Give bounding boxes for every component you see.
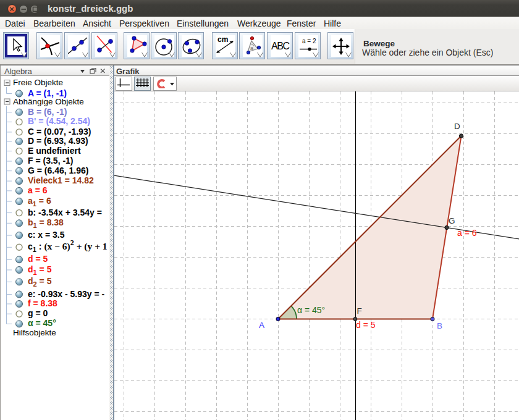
svg-text:c: x = 3.5: c: x = 3.5 bbox=[28, 230, 65, 240]
svg-text:b: -3.54x + 3.54y =: b: -3.54x + 3.54y = bbox=[28, 208, 102, 217]
svg-text:a = 2: a = 2 bbox=[302, 38, 316, 44]
svg-text:B' = (4.54, 2.54): B' = (4.54, 2.54) bbox=[28, 116, 90, 126]
svg-text:D = (6.93, 4.93): D = (6.93, 4.93) bbox=[28, 136, 88, 146]
svg-text:cm: cm bbox=[217, 35, 228, 44]
svg-text:f = 8.38: f = 8.38 bbox=[28, 298, 57, 308]
svg-text:α = 45°: α = 45° bbox=[297, 305, 325, 315]
svg-text:b1 = 8.38: b1 = 8.38 bbox=[28, 217, 64, 229]
svg-text:a1 = 6: a1 = 6 bbox=[28, 196, 51, 208]
svg-text:G: G bbox=[449, 216, 455, 225]
svg-text:a = 6: a = 6 bbox=[457, 228, 477, 238]
svg-text:α = 45°: α = 45° bbox=[28, 318, 56, 328]
svg-text:B = (6, -1): B = (6, -1) bbox=[28, 107, 67, 117]
svg-text:d1 = 5: d1 = 5 bbox=[28, 264, 52, 276]
svg-text:C = (0.07, -1.93): C = (0.07, -1.93) bbox=[28, 127, 91, 136]
svg-text:Abhängige Objekte: Abhängige Objekte bbox=[13, 97, 84, 106]
svg-text:a: a bbox=[250, 45, 253, 51]
svg-text:G = (6.46, 1.96): G = (6.46, 1.96) bbox=[28, 166, 88, 175]
svg-text:F: F bbox=[357, 306, 362, 316]
svg-text:D: D bbox=[454, 122, 460, 131]
svg-text:d = 5: d = 5 bbox=[356, 320, 376, 330]
svg-text:A: A bbox=[259, 321, 264, 330]
svg-text:c1 : (x − 6)2 + (y + 1: c1 : (x − 6)2 + (y + 1 bbox=[28, 238, 108, 253]
svg-text:d2 = 5: d2 = 5 bbox=[28, 276, 52, 288]
svg-text:B: B bbox=[437, 321, 442, 330]
svg-text:E undefiniert: E undefiniert bbox=[28, 146, 81, 156]
svg-text:a = 6: a = 6 bbox=[28, 185, 48, 195]
svg-text:e: -0.93x - 5.93y = -: e: -0.93x - 5.93y = - bbox=[28, 289, 104, 299]
svg-text:Freie Objekte: Freie Objekte bbox=[13, 78, 63, 87]
svg-text:g = 0: g = 0 bbox=[28, 308, 48, 318]
svg-text:F = (3.5, -1): F = (3.5, -1) bbox=[28, 156, 74, 166]
svg-text:ABC: ABC bbox=[271, 41, 290, 51]
svg-text:Hilfsobjekte: Hilfsobjekte bbox=[13, 328, 56, 337]
svg-text:Vieleck1 = 14.82: Vieleck1 = 14.82 bbox=[28, 175, 94, 185]
svg-text:A = (1, -1): A = (1, -1) bbox=[28, 88, 67, 98]
svg-text:d = 5: d = 5 bbox=[28, 254, 48, 264]
